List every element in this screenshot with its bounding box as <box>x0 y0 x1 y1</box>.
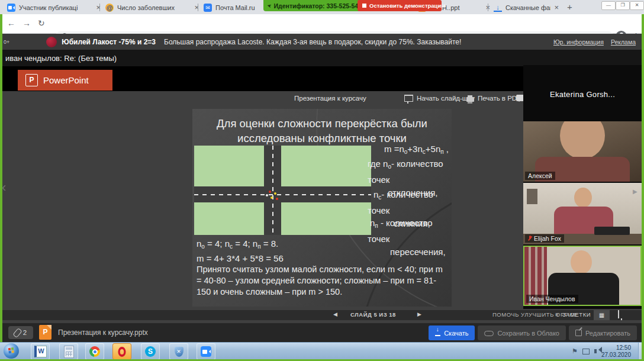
speaker-icon[interactable] <box>594 349 597 353</box>
tab-mailru-news[interactable]: @ Число заболевших × <box>102 1 202 14</box>
intersection-image <box>194 146 371 235</box>
conflict-point-dot <box>266 194 268 196</box>
taskbar-opera-active[interactable] <box>112 343 131 360</box>
slide-values: nо = 4; nс = 4; nп = 8. m = 4+ 3*4 + 5*8… <box>197 238 284 265</box>
notes-icon: ≡ <box>555 311 559 318</box>
tab-label: Участник публикаці <box>19 4 92 11</box>
edit-pencil-icon <box>575 330 582 336</box>
download-icon <box>435 330 440 336</box>
screen: { "browser": { "tabs": [ {"label": "Учас… <box>0 0 644 361</box>
ad-info-link[interactable]: Реклама <box>611 38 636 46</box>
participant-video-elijah[interactable]: Elijah Fox <box>523 183 642 244</box>
zoom-video-panel: Ekaterina Gorsh... Алексей Elijah Fox Ив… <box>523 65 642 309</box>
ad-brand-text[interactable]: Юбилей Лакост -75% и 2=3 <box>62 38 156 46</box>
slide-counter: СЛАЙД 5 ИЗ 18 <box>350 311 396 318</box>
next-participants-chevron[interactable]: ▶ <box>633 188 637 195</box>
legal-info-link[interactable]: Юр. информация <box>553 38 604 46</box>
window-minimize-button[interactable]: — <box>601 1 616 10</box>
taskbar-clock[interactable]: 12:50 27.03.2020 <box>601 344 631 359</box>
grid-view-button[interactable]: ▦ <box>594 310 610 320</box>
print-pdf-button[interactable]: Печать в PDF <box>466 95 521 102</box>
taskbar-antivirus[interactable]: ✕ <box>169 343 188 360</box>
share-arrow-icon: ➤ <box>266 2 272 9</box>
tab-divider <box>198 4 198 11</box>
slideshow-icon <box>404 95 413 102</box>
slide-where-line3: nп - количество точекпересечения, <box>368 217 452 259</box>
wall-picture <box>527 189 537 204</box>
powerpoint-banner: P PowerPoint <box>18 70 112 91</box>
taskbar-skype[interactable]: S <box>141 343 160 360</box>
document-title: Презентация к курсачу <box>294 95 366 102</box>
zoom-meeting-id-banner: ➤ Идентификатор: 335-525-544 <box>263 0 364 11</box>
taskbar-chrome[interactable] <box>85 343 104 360</box>
new-tab-button[interactable]: + <box>567 2 572 12</box>
forward-button[interactable]: → <box>22 18 31 28</box>
tab-close-icon[interactable]: × <box>554 5 559 11</box>
share-border-right <box>642 14 644 361</box>
window-maximize-button[interactable]: ❐ <box>616 1 630 10</box>
windows-taskbar: W S ✕ ⚑ 12:50 27.03.2020 <box>0 342 644 360</box>
tab-label: Число заболевших <box>117 4 191 11</box>
powerpoint-icon: P <box>25 74 38 86</box>
meeting-id-text: Идентификатор: 335-525-544 <box>274 2 362 9</box>
participant-silhouette <box>574 188 592 208</box>
laptop <box>594 227 630 235</box>
muted-mic-icon <box>528 236 532 241</box>
tab-zoom-participant[interactable]: Участник публикаці × <box>4 1 104 14</box>
taskbar-word[interactable]: W <box>31 343 50 360</box>
participant-silhouette <box>560 121 605 159</box>
back-button[interactable]: ← <box>7 18 15 28</box>
action-center-flag-icon[interactable]: ⚑ <box>572 347 578 355</box>
system-tray: ⚑ 12:50 27.03.2020 <box>572 343 631 360</box>
cloud-icon <box>484 331 494 336</box>
start-button[interactable] <box>4 343 19 359</box>
slideshow-view-icon <box>618 310 619 318</box>
next-slide-button[interactable]: ▶ <box>417 311 421 317</box>
taskbar-zoom[interactable] <box>197 343 215 360</box>
participant-video-ivan-active[interactable]: Иван Чендылов <box>523 246 642 306</box>
share-border-left <box>0 14 2 342</box>
conflict-point-dot <box>271 196 273 199</box>
taskbar-calculator[interactable] <box>59 343 78 360</box>
tab-downloads[interactable]: ↓ Скачанные файлы × <box>490 1 562 14</box>
start-slideshow-button[interactable]: Начать слайд-шоу <box>404 95 475 102</box>
stop-sharing-button[interactable]: Остановить демонстрацию <box>358 0 442 11</box>
mailru-at-favicon: @ <box>105 4 114 12</box>
save-to-cloud-button[interactable]: Сохранить в Облако <box>478 325 566 340</box>
attachment-filename[interactable]: Презентация к курсачу.pptx <box>58 328 148 337</box>
tab-divider <box>488 4 488 11</box>
slideshow-view-button[interactable] <box>618 311 619 318</box>
ad-age-label: 0+ <box>4 39 9 45</box>
participant-silhouette <box>571 250 592 274</box>
skype-icon: S <box>145 346 156 357</box>
edit-button[interactable]: Редактировать <box>569 325 637 340</box>
pptx-file-icon: P <box>39 325 51 340</box>
tab-label: Скачанные файлы <box>505 4 550 11</box>
browser-address-bar: ← → ↻ e.mail.ru/attach/15852961141248337… <box>0 14 644 34</box>
powerpoint-label: PowerPoint <box>43 75 89 85</box>
notes-toggle[interactable]: ЗАМЕТКИ <box>562 311 591 318</box>
attachment-count-chip[interactable]: 2 <box>8 326 33 339</box>
zoom-camera-icon <box>201 346 211 357</box>
participant-video-aleksey[interactable]: Алексей <box>523 121 642 182</box>
host-name-label: Ekaterina Gorsh... <box>523 90 642 99</box>
participant-name-label: Иван Чендылов <box>526 295 578 303</box>
network-icon[interactable] <box>582 349 590 354</box>
slide-canvas: Для оценки сложности перекрёстка были ис… <box>192 109 452 307</box>
previous-slide-button[interactable]: ◀ <box>333 311 337 317</box>
window-close-button[interactable]: ✕ <box>630 1 644 10</box>
shield-icon: ✕ <box>175 347 183 357</box>
previous-page-chevron[interactable]: ‹ <box>2 180 6 195</box>
stop-icon <box>362 4 366 8</box>
reload-button[interactable]: ↻ <box>38 18 45 28</box>
ad-logo <box>46 37 57 47</box>
slide-formula: m =nо+3nс+5nп , <box>368 143 452 159</box>
participant-name-label: Алексей <box>525 172 555 180</box>
download-button[interactable]: Скачать <box>429 325 475 340</box>
conflict-point-dot <box>274 192 276 195</box>
zoom-favicon <box>7 4 15 12</box>
slide-paragraph: Принято считать узлом малой сложности, е… <box>197 264 450 298</box>
slide-title: Для оценки сложности перекрёстка были ис… <box>192 117 452 146</box>
ad-text[interactable]: Большая распродажа Lacoste. Каждая 3-ая … <box>164 38 461 46</box>
road-markings <box>272 146 273 235</box>
